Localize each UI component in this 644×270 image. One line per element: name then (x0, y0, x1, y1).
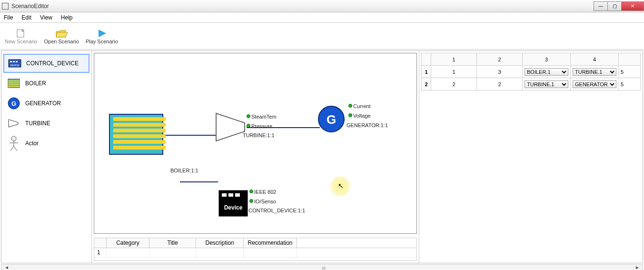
table-row[interactable]: 1 1 3 BOILER.1 TURBINE.1 5 (422, 66, 641, 78)
svg-text:G: G (11, 100, 16, 107)
col-category[interactable]: Category (107, 238, 149, 248)
col-1[interactable]: 1 (431, 53, 477, 66)
turbine-label: TURBINE:1:1 (243, 132, 275, 138)
detail-grid-header: Category Title Description Recommendatio… (94, 238, 416, 248)
app-icon (2, 3, 9, 10)
menu-file[interactable]: File (4, 14, 13, 21)
new-scenario-button[interactable]: New Scenario (5, 28, 37, 44)
port-steamtem[interactable] (247, 114, 250, 118)
cell[interactable]: 3 (477, 66, 523, 78)
select-target[interactable]: GENERATOR.1 (573, 80, 616, 88)
right-panel: 1 2 3 4 1 1 3 BOILER.1 TURBINE.1 5 2 2 2… (419, 51, 643, 263)
cell[interactable]: 5 (619, 78, 641, 90)
svg-rect-7 (13, 61, 15, 62)
window-title: ScenarioEditor (11, 3, 49, 10)
palette-control-device[interactable]: DEVICE CONTROL_DEVICE (3, 54, 89, 73)
menu-edit[interactable]: Edit (21, 14, 31, 21)
open-folder-icon (55, 28, 68, 39)
cell[interactable]: 1 (431, 66, 477, 78)
generator-label: GENERATOR:1:1 (347, 122, 388, 128)
port-voltage[interactable] (348, 113, 352, 117)
maximize-button[interactable]: ▢ (607, 1, 622, 11)
open-scenario-button[interactable]: Open Scenario (44, 28, 79, 44)
cell-select[interactable]: GENERATOR.1 (571, 78, 619, 90)
svg-text:DEVICE: DEVICE (10, 64, 20, 67)
cell-select[interactable]: TURBINE.1 (523, 78, 571, 90)
row-number: 1 (94, 248, 107, 257)
cell[interactable]: 2 (477, 78, 523, 90)
resize-handle-icon[interactable]: III (322, 266, 326, 270)
svg-rect-29 (113, 129, 166, 132)
col-row-header (422, 53, 431, 66)
port-iosenso[interactable] (249, 199, 253, 203)
svg-text:G: G (327, 112, 336, 127)
cell[interactable]: 5 (619, 66, 641, 78)
row-header: 1 (422, 66, 431, 78)
select-source[interactable]: TURBINE.1 (525, 80, 568, 88)
detail-grid-row[interactable]: 1 (94, 248, 416, 258)
menu-help[interactable]: Help (61, 14, 73, 21)
node-generator[interactable]: G (317, 105, 346, 135)
svg-rect-6 (10, 61, 12, 62)
node-boiler[interactable] (105, 111, 168, 159)
node-control-device[interactable]: Device (218, 190, 248, 219)
menubar: File Edit View Help (0, 12, 644, 23)
scroll-right-icon[interactable]: ► (635, 265, 640, 270)
menu-view[interactable]: View (40, 14, 52, 21)
svg-marker-17 (9, 120, 18, 127)
col-2[interactable]: 2 (477, 53, 523, 66)
new-file-icon (14, 28, 28, 39)
palette-turbine-label: TURBINE (25, 120, 50, 127)
cell[interactable]: 2 (431, 78, 477, 90)
col-title[interactable]: Title (149, 238, 196, 248)
svg-marker-3 (56, 32, 68, 37)
port-iosenso-label: IO/Senso (254, 199, 276, 204)
play-icon (95, 28, 109, 39)
new-scenario-label: New Scenario (5, 39, 37, 44)
scroll-left-icon[interactable]: ◄ (4, 265, 9, 270)
port-pressure-label: Pressure (251, 123, 272, 129)
svg-point-18 (11, 136, 16, 141)
play-scenario-button[interactable]: Play Scenario (86, 28, 118, 44)
cell-select[interactable]: BOILER.1 (523, 66, 571, 78)
port-ieee802[interactable] (249, 190, 253, 193)
boiler-label: BOILER:1:1 (170, 168, 198, 173)
port-current[interactable] (348, 104, 352, 108)
col-description[interactable]: Description (196, 238, 244, 248)
close-button[interactable]: ✕ (621, 1, 644, 11)
port-ieee802-label: IEEE 802 (254, 189, 276, 195)
svg-rect-32 (113, 146, 166, 150)
palette-generator[interactable]: G GENERATOR (3, 94, 89, 113)
col-recommendation[interactable]: Recommendation (244, 238, 297, 248)
svg-rect-27 (113, 117, 166, 121)
svg-marker-4 (99, 30, 106, 37)
palette-boiler[interactable]: BOILER (3, 74, 89, 93)
bottom-scrollbar[interactable]: ◄ III ► (1, 264, 643, 270)
turbine-icon (6, 116, 21, 131)
table-row[interactable]: 2 2 2 TURBINE.1 GENERATOR.1 5 (422, 78, 641, 90)
palette-turbine[interactable]: TURBINE (3, 114, 89, 133)
node-turbine[interactable] (213, 110, 251, 145)
svg-marker-33 (216, 113, 245, 141)
diagram-canvas[interactable]: BOILER:1:1 SteamTem Pressure TURBINE:1:1… (94, 53, 417, 234)
palette-control-device-label: CONTROL_DEVICE (26, 60, 79, 67)
palette-generator-label: GENERATOR (25, 100, 61, 107)
row-header: 2 (422, 78, 431, 90)
generator-icon: G (6, 96, 21, 111)
palette-actor[interactable]: Actor (3, 134, 89, 153)
col-4[interactable]: 4 (571, 53, 619, 66)
control-device-icon: DEVICE (7, 56, 22, 71)
connections-table[interactable]: 1 2 3 4 1 1 3 BOILER.1 TURBINE.1 5 2 2 2… (421, 53, 641, 90)
col-3[interactable]: 3 (523, 53, 571, 66)
select-target[interactable]: TURBINE.1 (573, 68, 616, 76)
svg-text:Device: Device (224, 204, 243, 211)
port-steamtem-label: SteamTem (251, 114, 277, 120)
detail-grid[interactable]: Category Title Description Recommendatio… (94, 238, 417, 261)
port-pressure[interactable] (247, 124, 250, 128)
select-source[interactable]: BOILER.1 (525, 68, 568, 76)
boiler-icon (6, 76, 21, 91)
minimize-button[interactable]: — (594, 1, 608, 11)
titlebar: ScenarioEditor — ▢ ✕ (0, 0, 644, 12)
cell-select[interactable]: TURBINE.1 (571, 66, 619, 78)
window-controls: — ▢ ✕ (594, 1, 644, 11)
